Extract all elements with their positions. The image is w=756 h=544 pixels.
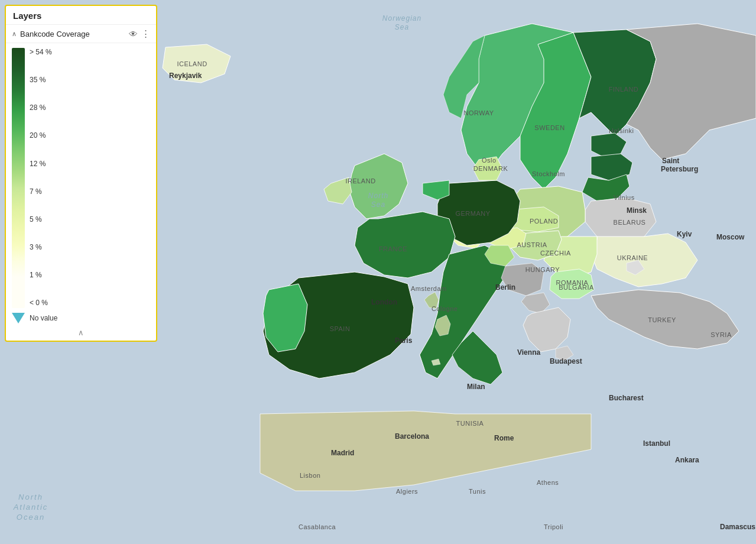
- legend-item-5: 7 %: [30, 187, 150, 197]
- ankara-label: Ankara: [675, 456, 699, 464]
- vienna-label: Vienna: [517, 348, 540, 357]
- legend-item-1: 35 %: [30, 76, 150, 85]
- finland-label: FINLAND: [609, 86, 639, 93]
- algiers-label: Algiers: [396, 488, 418, 495]
- no-value-swatch: [12, 313, 25, 323]
- madrid-label: Madrid: [331, 449, 354, 457]
- atlantic-ocean-label2: Atlantic: [13, 503, 48, 511]
- minsk-label: Minsk: [627, 206, 647, 215]
- layer-name-label: Bankcode Coverage: [20, 30, 125, 38]
- legend-labels: > 54 % 35 % 28 % 20 % 12 % 7 % 5 % 3 % 1…: [30, 48, 150, 308]
- no-value-label: No value: [30, 314, 57, 322]
- north-sea-label2: Sea: [371, 200, 385, 209]
- legend-item-9: < 0 %: [30, 299, 150, 308]
- legend-container: > 54 % 35 % 28 % 20 % 12 % 7 % 5 % 3 % 1…: [6, 43, 156, 310]
- legend-item-4: 12 %: [30, 160, 150, 169]
- tunis-label: Tunis: [469, 488, 486, 495]
- rome-label: Rome: [494, 434, 514, 442]
- sweden-label: SWEDEN: [534, 124, 564, 131]
- tunisia-label: TUNISIA: [456, 420, 484, 427]
- atlantic-ocean-label: North: [18, 493, 43, 501]
- norwegian-sea-label2: Sea: [395, 23, 409, 31]
- legend-item-3: 20 %: [30, 131, 150, 141]
- legend-item-8: 1 %: [30, 271, 150, 280]
- tripoli-label: Tripoli: [544, 523, 563, 530]
- layers-title: Layers: [6, 6, 156, 25]
- legend-gradient: [12, 48, 25, 308]
- barcelona-label: Barcelona: [395, 432, 429, 441]
- reykjavik-label: Reykjavik: [169, 72, 202, 80]
- budapest-label: Budapest: [550, 357, 582, 365]
- oslo-label: Oslo: [482, 157, 497, 164]
- helsinki-label: Helsinki: [609, 127, 634, 134]
- legend-item-0: > 54 %: [30, 48, 150, 57]
- cologne-label: Cologne: [431, 305, 458, 312]
- stockholm-label: Stockholm: [532, 170, 565, 177]
- france-label: FRANCE: [379, 245, 407, 252]
- bulgaria-label: BULGARIA: [559, 284, 594, 291]
- casablanca-label: Casablanca: [298, 523, 336, 530]
- austria-label: AUSTRIA: [517, 241, 547, 248]
- moscow-label: Moscow: [716, 233, 745, 241]
- iceland-label: ICELAND: [177, 60, 207, 67]
- norway-label: NORWAY: [463, 109, 494, 116]
- visibility-icon[interactable]: 👁: [129, 29, 138, 39]
- vilnius-label: Vilnius: [614, 194, 635, 201]
- bucharest-label: Bucharest: [609, 394, 644, 402]
- saint-peter-label2: Petersburg: [661, 165, 698, 173]
- ukraine-label: UKRAINE: [617, 254, 648, 261]
- norwegian-sea-label: Norwegian: [382, 14, 421, 22]
- turkey-label: TURKEY: [648, 316, 676, 323]
- hungary-label: HUNGARY: [525, 266, 560, 273]
- belarus-label: BELARUS: [614, 219, 646, 226]
- ireland-label: IRELAND: [345, 177, 375, 184]
- panel-collapse-button[interactable]: ∧: [6, 327, 156, 338]
- layers-panel: Layers ∧ Bankcode Coverage 👁 ⋮ > 54 % 35…: [5, 5, 157, 342]
- legend-item-6: 5 %: [30, 215, 150, 225]
- atlantic-ocean-label3: Ocean: [17, 513, 45, 522]
- spain-label: SPAIN: [330, 325, 351, 332]
- kyiv-label: Kyiv: [677, 230, 692, 238]
- saint-peter-label: Saint: [662, 157, 679, 165]
- london-label: London: [371, 298, 397, 306]
- more-options-icon[interactable]: ⋮: [141, 28, 150, 39]
- map-container: Norwegian Sea North Sea North Atlantic O…: [0, 0, 756, 544]
- berlin-label: Berlin: [495, 283, 515, 292]
- istanbul-label: Istanbul: [643, 439, 670, 448]
- syria-label: SYRIA: [710, 331, 732, 338]
- paris-label: Paris: [395, 336, 413, 345]
- athens-label: Athens: [537, 479, 559, 486]
- legend-item-7: 3 %: [30, 243, 150, 252]
- damascus-label: Damascus: [720, 523, 755, 531]
- milan-label: Milan: [467, 383, 485, 391]
- layer-row[interactable]: ∧ Bankcode Coverage 👁 ⋮: [6, 25, 156, 43]
- lisbon-label: Lisbon: [300, 472, 320, 479]
- no-value-row: No value: [6, 310, 156, 327]
- amsterdam-label: Amsterdam: [411, 285, 447, 292]
- poland-label: POLAND: [530, 218, 558, 225]
- czechia-label: CZECHIA: [540, 250, 571, 257]
- north-sea-label: North: [368, 192, 388, 200]
- legend-item-2: 28 %: [30, 103, 150, 113]
- germany-label: GERMANY: [455, 210, 490, 217]
- denmark-label: DENMARK: [473, 165, 508, 172]
- collapse-chevron-icon[interactable]: ∧: [12, 30, 17, 38]
